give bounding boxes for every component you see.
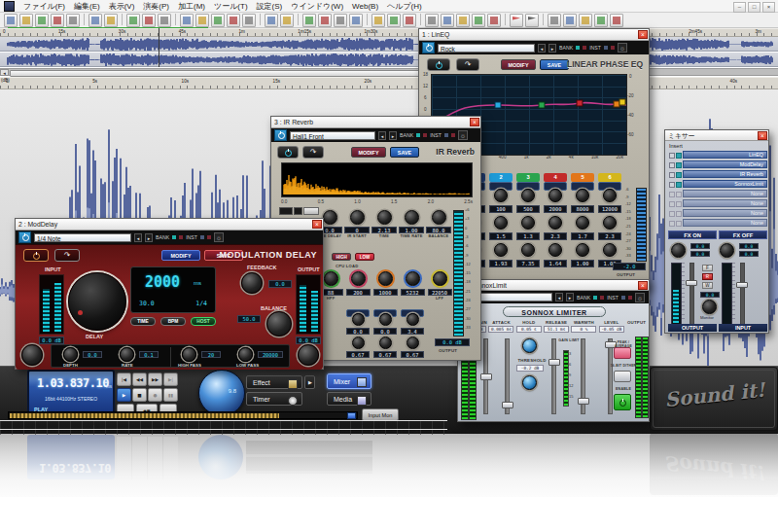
media-button[interactable]: Media [327,392,371,406]
slot-state-icon[interactable] [669,172,675,178]
merge-icon[interactable] [227,14,240,27]
q-knob[interactable] [576,243,589,257]
pause-button[interactable]: ▮▮ [163,388,178,402]
overview-track-right[interactable] [0,53,778,67]
playhead[interactable] [159,28,159,67]
eq-high-knob[interactable] [406,271,420,286]
slot-state-icon[interactable] [669,192,675,197]
redo-icon[interactable] [142,14,156,27]
timer-button[interactable]: Timer [246,392,302,406]
gain-knob[interactable] [521,216,535,230]
pos-start-icon[interactable] [548,14,561,27]
power-icon[interactable] [274,129,287,141]
line-icon[interactable] [371,14,385,27]
gear-icon[interactable]: ☼ [214,232,224,242]
slot-state-icon[interactable] [669,221,675,227]
open-icon[interactable] [19,14,33,27]
high-button[interactable]: HIGH [332,253,351,261]
slot-button[interactable]: ModDelay [683,160,767,168]
bpm-mode-button[interactable]: BPM [160,317,186,326]
print-icon[interactable] [88,14,102,27]
lowpass-knob[interactable] [238,347,253,362]
position-strip[interactable] [8,411,358,419]
prev-icon[interactable] [456,14,470,27]
menu-file[interactable]: ファイル(F) [23,1,65,12]
import-icon[interactable] [66,14,80,27]
plugin-power-button[interactable] [23,249,49,262]
eq-q-knob[interactable] [379,337,392,349]
clock-icon[interactable] [403,14,416,27]
close-icon[interactable]: × [312,220,322,229]
feedback-knob[interactable] [241,272,263,294]
slot-button[interactable]: None [683,219,767,227]
menu-view[interactable]: 表示(V) [109,1,135,12]
time-mode-button[interactable]: TIME [130,317,156,326]
slider-handle[interactable] [502,402,513,408]
menu-edit[interactable]: 編集(E) [74,1,100,12]
eq-low-knob[interactable] [351,271,366,286]
rate-knob[interactable] [120,347,134,362]
preset-field[interactable] [477,293,552,301]
highpass-knob[interactable] [182,347,196,362]
pre-delay-knob[interactable] [323,210,337,225]
q-knob[interactable] [521,243,535,257]
preset-field[interactable]: Hall1 Front [290,131,375,140]
slider-handle[interactable] [578,398,589,405]
fx-off-button[interactable]: FX OFF [719,231,767,239]
eq-mid-knob[interactable] [378,271,393,286]
insert-slot[interactable]: None [668,219,767,227]
bank-indicator[interactable] [416,133,420,137]
slot-fx-icon[interactable] [676,162,682,168]
preset-prev-icon[interactable]: ◂ [555,293,563,301]
main-ruler[interactable]: 05s10s15s20s25s30s35s40s [0,77,778,89]
plugin-power-button[interactable] [277,146,299,159]
play-button[interactable]: ▶ [117,388,131,402]
bypass-button[interactable]: ↷ [456,58,479,71]
level-slider[interactable] [608,338,613,414]
gear-icon[interactable]: ☼ [458,130,468,140]
slot-state-icon[interactable] [669,162,675,168]
freq-knob[interactable] [603,189,617,202]
q-knob[interactable] [603,243,617,257]
slider-handle[interactable] [480,373,492,380]
cut-icon[interactable] [180,14,194,27]
gear-icon[interactable]: ☼ [635,293,645,302]
eq-gain-knob[interactable] [352,313,365,326]
ir-toggle[interactable] [279,207,293,215]
slot-fx-icon[interactable] [676,172,682,178]
menu-play[interactable]: 演奏(P) [143,1,169,12]
slot-button[interactable]: IR Reverb [683,170,767,178]
skip-end-button[interactable]: ▶| [163,372,178,386]
freq-knob[interactable] [548,189,562,202]
erase-icon[interactable] [242,14,256,27]
rewind-button[interactable]: ◀◀ [132,372,147,386]
plugin-power-button[interactable] [427,58,450,71]
freq-knob[interactable] [576,189,589,202]
insert-slot[interactable]: SonnoxLimit [668,180,767,188]
peak-average-button[interactable] [614,347,631,359]
flag-red-icon[interactable] [510,14,523,27]
slot-fx-icon[interactable] [676,211,682,217]
bank-indicator[interactable] [576,46,580,50]
bank-indicator[interactable] [593,296,597,300]
lpf-knob[interactable] [433,271,447,286]
power-icon[interactable] [18,231,31,243]
time-rate-knob[interactable] [405,210,419,225]
select-icon[interactable] [302,14,316,27]
skip-start-button[interactable]: |◀ [117,372,131,386]
slot-state-icon[interactable] [669,201,675,207]
bank-indicator[interactable] [583,46,586,50]
input-fader-track[interactable] [740,263,745,325]
menu-settings[interactable]: 設定(S) [257,1,283,12]
paste-icon[interactable] [211,14,225,27]
gain-knob[interactable] [548,216,562,230]
insert-slot[interactable]: None [668,199,767,207]
new-file-icon[interactable] [4,14,18,27]
menu-process[interactable]: 加工(M) [178,1,205,12]
inst-indicator[interactable] [604,46,608,50]
fader-mode-f-button[interactable]: F [702,265,713,271]
preset-prev-icon[interactable]: ◂ [134,233,142,242]
slot-fx-icon[interactable] [676,192,682,197]
low-button[interactable]: LOW [355,253,374,261]
preset-field[interactable]: Rock [438,44,535,53]
